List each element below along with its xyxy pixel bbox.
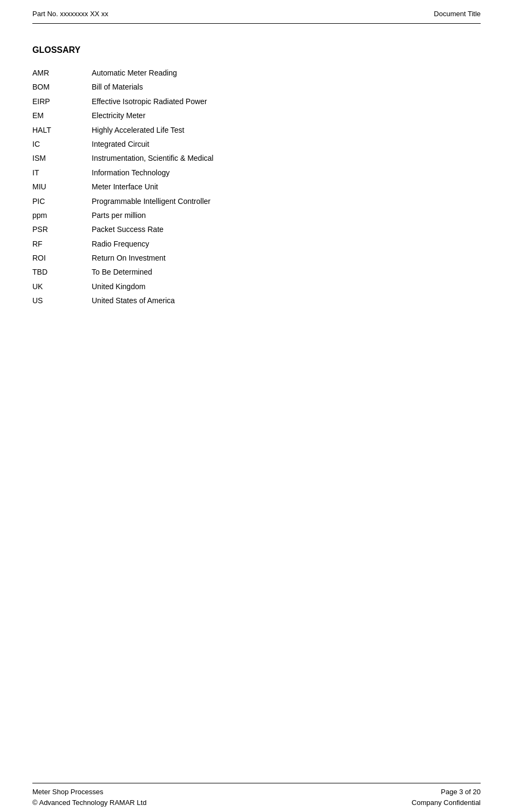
glossary-abbreviation: BOM [32,80,86,94]
glossary-row: ITInformation Technology [32,166,481,180]
glossary-title: GLOSSARY [32,45,481,55]
glossary-row: ISMInstrumentation, Scientific & Medical [32,151,481,165]
glossary-abbreviation: UK [32,279,86,294]
glossary-row: HALTHighly Accelerated Life Test [32,123,481,137]
header-part-number: Part No. xxxxxxxx XX xx [32,10,108,18]
glossary-abbreviation: ISM [32,151,86,165]
footer-copyright: © Advanced Technology RAMAR Ltd [32,799,147,807]
glossary-abbreviation: ppm [32,208,86,222]
glossary-definition: To Be Determined [86,265,481,279]
glossary-abbreviation: EIRP [32,94,86,108]
glossary-row: USUnited States of America [32,294,481,308]
glossary-row: AMRAutomatic Meter Reading [32,66,481,80]
glossary-definition: Return On Investment [86,251,481,265]
glossary-abbreviation: TBD [32,265,86,279]
glossary-definition: Packet Success Rate [86,222,481,236]
page-container: Part No. xxxxxxxx XX xx Document Title G… [0,0,513,812]
glossary-abbreviation: RF [32,237,86,251]
glossary-abbreviation: PSR [32,222,86,236]
glossary-definition: Electricity Meter [86,108,481,122]
glossary-definition: Parts per million [86,208,481,222]
glossary-row: EIRPEffective Isotropic Radiated Power [32,94,481,108]
glossary-row: PICProgrammable Intelligent Controller [32,194,481,208]
footer-document-name: Meter Shop Processes [32,788,104,796]
glossary-abbreviation: HALT [32,123,86,137]
glossary-definition: Automatic Meter Reading [86,66,481,80]
glossary-abbreviation: PIC [32,194,86,208]
glossary-row: ppmParts per million [32,208,481,222]
glossary-abbreviation: AMR [32,66,86,80]
glossary-definition: Instrumentation, Scientific & Medical [86,151,481,165]
glossary-abbreviation: EM [32,108,86,122]
glossary-definition: Bill of Materials [86,80,481,94]
glossary-row: BOMBill of Materials [32,80,481,94]
glossary-definition: Radio Frequency [86,237,481,251]
glossary-row: UKUnited Kingdom [32,279,481,294]
glossary-row: ROIReturn On Investment [32,251,481,265]
glossary-row: ICIntegrated Circuit [32,137,481,151]
page-header: Part No. xxxxxxxx XX xx Document Title [32,0,481,24]
glossary-definition: United States of America [86,294,481,308]
glossary-row: MIUMeter Interface Unit [32,180,481,194]
glossary-definition: Meter Interface Unit [86,180,481,194]
glossary-abbreviation: ROI [32,251,86,265]
glossary-abbreviation: MIU [32,180,86,194]
glossary-definition: Information Technology [86,166,481,180]
glossary-abbreviation: US [32,294,86,308]
glossary-definition: Integrated Circuit [86,137,481,151]
glossary-definition: Highly Accelerated Life Test [86,123,481,137]
glossary-abbreviation: IC [32,137,86,151]
glossary-table: AMRAutomatic Meter ReadingBOMBill of Mat… [32,66,481,308]
glossary-row: TBDTo Be Determined [32,265,481,279]
glossary-row: PSRPacket Success Rate [32,222,481,236]
glossary-row: EMElectricity Meter [32,108,481,122]
glossary-abbreviation: IT [32,166,86,180]
glossary-definition: Programmable Intelligent Controller [86,194,481,208]
footer-page-number: Page 3 of 20 [441,788,481,796]
glossary-definition: Effective Isotropic Radiated Power [86,94,481,108]
footer-confidentiality: Company Confidential [412,799,481,807]
glossary-row: RFRadio Frequency [32,237,481,251]
header-document-title: Document Title [434,10,481,18]
footer-bottom: © Advanced Technology RAMAR Ltd Company … [32,799,481,807]
content-area: GLOSSARY AMRAutomatic Meter ReadingBOMBi… [32,24,481,308]
page-footer: Meter Shop Processes Page 3 of 20 [32,783,481,796]
glossary-definition: United Kingdom [86,279,481,294]
